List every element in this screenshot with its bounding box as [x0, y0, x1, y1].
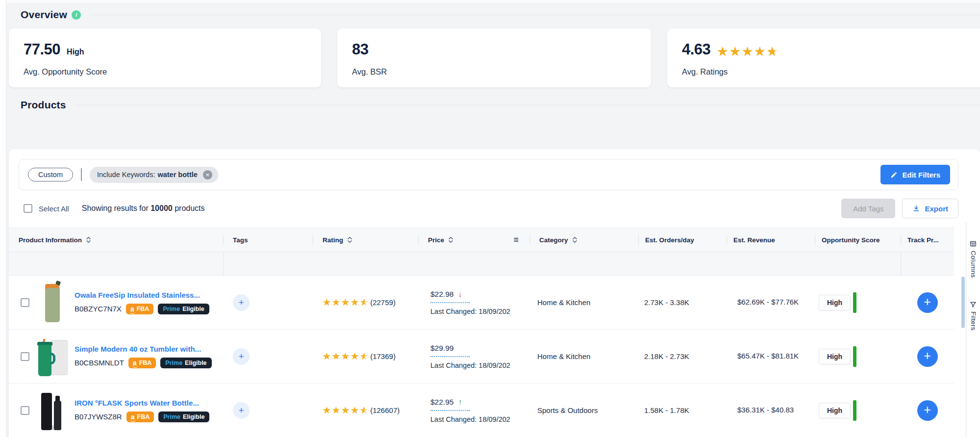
- product-image: [36, 281, 68, 324]
- column-header-track-products: Track Pr...: [901, 228, 954, 252]
- column-header-product-information[interactable]: Product Information: [9, 228, 223, 252]
- star-rating: ☆☆☆☆☆★★★★★: [323, 298, 369, 307]
- add-tags-button[interactable]: Add Tags: [841, 199, 895, 218]
- opportunity-level-bar: [853, 346, 856, 367]
- add-tag-button[interactable]: +: [233, 348, 250, 365]
- rating-count: (17369): [370, 352, 396, 360]
- left-edge-panel: [0, 0, 6, 437]
- sort-icon: [347, 236, 352, 243]
- fba-badge: aFBA: [126, 304, 154, 314]
- fba-badge: aFBA: [128, 358, 156, 368]
- table-toolbar: Select All Showing results for 10000 pro…: [24, 197, 958, 220]
- track-product-button[interactable]: +: [917, 400, 938, 421]
- columns-tab[interactable]: Columns: [970, 240, 977, 278]
- stat-label: Avg. Opportunity Score: [24, 67, 306, 77]
- stat-card-opportunity: 77.50 High Avg. Opportunity Score: [9, 28, 321, 87]
- product-title-link[interactable]: Owala FreeSip Insulated Stainless...: [75, 291, 209, 299]
- column-header-category[interactable]: Category: [529, 228, 638, 252]
- select-all-label: Select All: [39, 205, 69, 213]
- products-section-header: Products: [21, 99, 980, 111]
- sort-icon: [448, 236, 453, 243]
- category-value: Home & Kitchen: [529, 298, 638, 307]
- sort-icon: [572, 236, 578, 243]
- prime-eligible-badge: PrimeEligible: [158, 411, 209, 422]
- price-value[interactable]: $22.98: [430, 290, 453, 299]
- products-title: Products: [21, 99, 66, 111]
- fba-badge: aFBA: [126, 411, 154, 422]
- star-rating: ☆☆☆☆☆★★★★★: [717, 45, 779, 58]
- star-rating: ☆☆☆☆☆★★★★★: [323, 406, 369, 415]
- amazon-logo-icon: a: [130, 306, 134, 312]
- product-image: [36, 389, 68, 432]
- est-revenue-value: $36.31K - $40.83: [737, 406, 794, 414]
- edit-filters-button[interactable]: Edit Filters: [880, 165, 950, 184]
- preset-pill-custom[interactable]: Custom: [28, 168, 73, 181]
- results-count: 10000: [151, 204, 173, 212]
- add-tag-button[interactable]: +: [233, 294, 250, 311]
- est-orders-value: 1.58K - 1.78K: [638, 406, 727, 414]
- table-filter-row: [9, 252, 954, 276]
- price-history-underline: [430, 302, 470, 303]
- column-header-tags: Tags: [223, 228, 313, 252]
- column-header-price[interactable]: Price ≡: [418, 228, 529, 252]
- category-value: Home & Kitchen: [529, 352, 638, 360]
- price-value[interactable]: $22.95: [430, 398, 453, 407]
- product-asin: B0CBSMNLDT: [75, 359, 124, 367]
- est-orders-value: 2.18K - 2.73K: [638, 352, 727, 360]
- product-title-link[interactable]: IRON °FLASK Sports Water Bottle...: [75, 399, 209, 407]
- opportunity-score-value: 77.50: [24, 41, 60, 58]
- info-icon[interactable]: i: [72, 10, 81, 20]
- filters-tab[interactable]: Filters: [970, 301, 977, 331]
- add-tag-button[interactable]: +: [233, 402, 250, 419]
- product-title-link[interactable]: Simple Modern 40 oz Tumbler with...: [75, 345, 212, 353]
- results-summary: Showing results for 10000 products: [82, 204, 205, 213]
- table-header-row: Product Information Tags Rating Price ≡ …: [9, 228, 954, 252]
- side-rail: Columns Filters: [966, 222, 980, 437]
- opportunity-badge: High: [819, 295, 851, 310]
- products-panel: Custom Include Keywords: water bottle ✕ …: [9, 149, 980, 437]
- price-history-underline: [430, 356, 470, 357]
- chip-value: water bottle: [157, 171, 197, 179]
- price-column-menu-icon[interactable]: ≡: [513, 235, 519, 245]
- remove-filter-icon[interactable]: ✕: [203, 170, 212, 180]
- row-checkbox[interactable]: [21, 352, 29, 361]
- keyword-filter-chip: Include Keywords: water bottle ✕: [90, 167, 218, 183]
- top-edge: [0, 0, 980, 3]
- product-asin: B0BZYC7N7X: [75, 305, 122, 313]
- stat-cards-row: 77.50 High Avg. Opportunity Score 83 Avg…: [9, 28, 980, 87]
- table-row: Owala FreeSip Insulated Stainless... B0B…: [9, 276, 954, 330]
- download-icon: [912, 205, 920, 212]
- column-header-rating[interactable]: Rating: [313, 228, 418, 252]
- select-all-checkbox[interactable]: [24, 204, 32, 213]
- star-rating: ☆☆☆☆☆★★★★★: [323, 352, 369, 361]
- products-table: Product Information Tags Rating Price ≡ …: [9, 228, 954, 437]
- column-header-opportunity-score: Opportunity Score: [815, 228, 901, 252]
- est-revenue-value: $62.69K - $77.76K: [737, 298, 799, 306]
- funnel-icon: [970, 301, 977, 308]
- stat-card-bsr: 83 Avg. BSR: [337, 28, 651, 87]
- overview-title: Overview: [21, 9, 67, 21]
- opportunity-score-badge: High: [67, 48, 84, 56]
- product-asin: B07JYWSZ8R: [75, 412, 122, 421]
- category-value: Sports & Outdoors: [529, 406, 638, 414]
- product-image: [36, 335, 68, 378]
- filter-divider: [81, 168, 82, 181]
- bsr-value: 83: [352, 41, 368, 58]
- overview-section-header: Overview i: [21, 0, 980, 21]
- stat-label: Avg. Ratings: [682, 67, 980, 77]
- opportunity-level-bar: [853, 400, 856, 421]
- export-button[interactable]: Export: [902, 199, 958, 218]
- price-trend-icon: ↑: [458, 398, 462, 407]
- sort-icon: [86, 236, 91, 243]
- opportunity-badge: High: [819, 403, 851, 418]
- row-checkbox[interactable]: [21, 298, 29, 307]
- rating-count: (22759): [370, 298, 396, 307]
- prime-eligible-badge: PrimeEligible: [160, 358, 211, 368]
- row-checkbox[interactable]: [21, 406, 29, 415]
- est-revenue-value: $65.47K - $81.81K: [737, 352, 799, 360]
- track-product-button[interactable]: +: [917, 292, 938, 313]
- track-product-button[interactable]: +: [917, 346, 938, 367]
- vertical-scrollbar[interactable]: [961, 277, 965, 328]
- price-value[interactable]: $29.99: [430, 344, 453, 353]
- price-trend-icon: ↓: [458, 290, 462, 299]
